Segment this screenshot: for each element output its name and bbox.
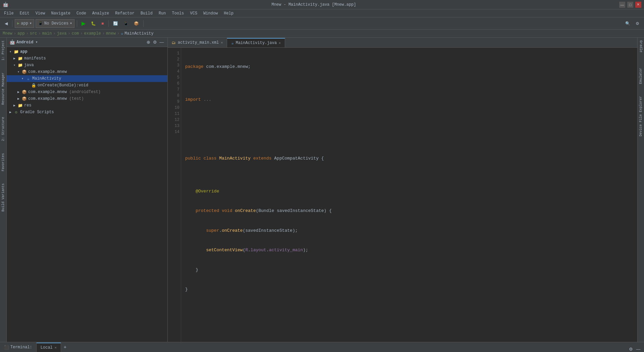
avd-button[interactable]: 📱 (121, 19, 130, 28)
menu-refactor[interactable]: Refactor (112, 10, 137, 16)
menu-window[interactable]: Window (201, 10, 220, 16)
tree-label-gradle: Gradle Scripts (20, 110, 54, 115)
breadcrumb-src[interactable]: src (30, 31, 37, 36)
add-terminal-button[interactable]: + (61, 343, 69, 352)
stop-button[interactable]: ■ (99, 19, 106, 28)
editor-tabs: 🗂 activity_main.xml ✕ ☕ MainActivity.jav… (168, 38, 637, 48)
tree-label-package-androidtest: com.example.mnew (androidTest) (28, 90, 101, 94)
breadcrumb: Mnew › app › src › main › java › com › e… (0, 30, 644, 38)
sdk-button[interactable]: 📦 (132, 19, 141, 28)
breadcrumb-app[interactable]: app (17, 31, 25, 36)
tab-xml-label: activity_main.xml (178, 40, 219, 45)
breadcrumb-mnew2[interactable]: mnew (106, 31, 116, 36)
local-tab-close[interactable]: ✕ (55, 346, 57, 350)
class-icon-mainactivity: ☕ (25, 76, 31, 81)
sidebar-label-favorites[interactable]: Favorites (1, 150, 6, 174)
back-button[interactable]: ◀ (3, 19, 10, 28)
file-panel: 🤖 Android ▾ ⊕ ⚙ — ▾ 📁 app ▶ 📁 (7, 38, 168, 342)
toolbar: ◀ ▶ app ▾ 📱 No Devices ▾ ▶ 🐛 ■ 🔄 📱 📦 🔍 ⚙ (0, 17, 644, 30)
tab-xml-close[interactable]: ✕ (221, 41, 223, 45)
sidebar-label-device-file[interactable]: Device File Explorer (638, 93, 643, 139)
method-icon-oncreate: 🔒 (31, 83, 36, 88)
menu-run[interactable]: Run (156, 10, 169, 16)
panel-gear-icon[interactable]: ⊕ (145, 39, 151, 45)
tree-item-res[interactable]: ▶ 📁 res (7, 102, 167, 109)
minimize-button[interactable]: — (619, 2, 625, 8)
sidebar-label-structure[interactable]: 2: Structure (1, 114, 6, 144)
menu-edit[interactable]: Edit (17, 10, 32, 16)
menu-file[interactable]: File (1, 10, 16, 16)
tree-arrow-mainactivity: ▾ (21, 77, 25, 81)
tab-java-label: MainActivity.java (236, 41, 277, 45)
toolbar-sep-3 (108, 20, 109, 27)
app-config-text: app (21, 21, 28, 26)
tree-item-manifests[interactable]: ▶ 📁 manifests (7, 55, 167, 62)
main-area: 1: Project Resource Manager 2: Structure… (0, 38, 644, 342)
maximize-button[interactable]: □ (627, 2, 633, 8)
sync-button[interactable]: 🔄 (111, 19, 120, 28)
tab-activity-main-xml[interactable]: 🗂 activity_main.xml ✕ (168, 38, 227, 47)
sidebar-label-build[interactable]: Build Variants (1, 181, 6, 214)
app-config-dropdown[interactable]: ▶ app ▾ (15, 19, 34, 28)
tree-arrow-gradle: ▶ (9, 110, 13, 114)
local-tab-label: Local (41, 345, 53, 350)
device-icon: 📱 (38, 21, 43, 26)
android-icon: 🤖 (9, 39, 15, 45)
editor-area: 🗂 activity_main.xml ✕ ☕ MainActivity.jav… (168, 38, 637, 342)
sidebar-label-gradle[interactable]: Gradle (638, 38, 643, 55)
close-button[interactable]: ✕ (635, 2, 641, 8)
tab-mainactivity-java[interactable]: ☕ MainActivity.java ✕ (227, 38, 285, 47)
devices-dropdown[interactable]: 📱 No Devices ▾ (36, 19, 74, 28)
tree-item-gradle[interactable]: ▶ ⚙ Gradle Scripts (7, 109, 167, 116)
toolbar-sep-1 (12, 20, 12, 27)
breadcrumb-java[interactable]: java (57, 31, 67, 36)
panel-minimize-icon[interactable]: — (159, 39, 165, 45)
tree-label-java: java (24, 63, 34, 68)
breadcrumb-example[interactable]: example (84, 31, 101, 36)
tree-item-app[interactable]: ▾ 📁 app (7, 48, 167, 55)
tree-item-oncreate[interactable]: 🔒 onCreate(Bundle):void (7, 82, 167, 89)
terminal-settings-icon[interactable]: ⚙ (628, 346, 634, 352)
search-everywhere-button[interactable]: 🔍 (623, 19, 632, 28)
bottom-tab-terminal-label[interactable]: ⬛ Terminal: (0, 343, 37, 352)
devices-label: No Devices (44, 21, 68, 26)
menu-code[interactable]: Code (74, 10, 89, 16)
menu-vcs[interactable]: VCS (187, 10, 200, 16)
debug-button[interactable]: 🐛 (89, 19, 98, 28)
tree-item-java[interactable]: ▾ 📁 java (7, 62, 167, 69)
sidebar-label-resource[interactable]: Resource Manager (1, 70, 6, 107)
tree-item-package-test[interactable]: ▶ 📦 com.example.mnew (test) (7, 95, 167, 102)
menu-help[interactable]: Help (221, 10, 236, 16)
tab-java-close[interactable]: ✕ (279, 41, 281, 45)
menu-analyze[interactable]: Analyze (90, 10, 112, 16)
breadcrumb-mnew[interactable]: Mnew (3, 31, 12, 36)
tree-arrow-package-main: ▾ (17, 70, 21, 74)
panel-title: Android (16, 40, 33, 45)
settings-button[interactable]: ⚙ (634, 19, 641, 28)
tree-arrow-package-test: ▶ (17, 97, 21, 101)
tree-label-manifests: manifests (24, 56, 46, 61)
run-button[interactable]: ▶ (79, 19, 88, 28)
breadcrumb-com[interactable]: com (72, 31, 79, 36)
tree-item-package-main[interactable]: ▾ 📦 com.example.mnew (7, 69, 167, 75)
breadcrumb-main[interactable]: main (42, 31, 52, 36)
terminal-label: Terminal: (10, 345, 32, 350)
app-config-arrow: ▾ (30, 21, 32, 26)
tree-arrow-app: ▾ (9, 50, 13, 54)
sidebar-label-emulator[interactable]: Emulator (638, 65, 643, 87)
menu-tools[interactable]: Tools (169, 10, 187, 16)
menu-navigate[interactable]: Navigate (48, 10, 73, 16)
panel-settings-icon[interactable]: ⚙ (152, 39, 158, 45)
sidebar-label-project[interactable]: 1: Project (1, 38, 6, 63)
tree-item-package-androidtest[interactable]: ▶ 📦 com.example.mnew (androidTest) (7, 89, 167, 95)
tree-label-mainactivity: MainActivity (32, 76, 61, 81)
tree-item-mainactivity[interactable]: ▾ ☕ MainActivity (7, 75, 167, 82)
bottom-tabs: ⬛ Terminal: Local ✕ + ⚙ — (0, 342, 644, 352)
code-editor[interactable]: 1 2 3 4 5 6 7 8 9 10 11 12 13 14 package… (168, 48, 637, 342)
panel-dropdown-arrow: ▾ (35, 40, 38, 45)
bottom-tab-local[interactable]: Local ✕ (37, 343, 61, 352)
menu-build[interactable]: Build (138, 10, 155, 16)
code-content[interactable]: package com.example.mnew; import ... pub… (181, 48, 637, 342)
menu-view[interactable]: View (33, 10, 48, 16)
terminal-minimize-icon[interactable]: — (635, 346, 641, 352)
